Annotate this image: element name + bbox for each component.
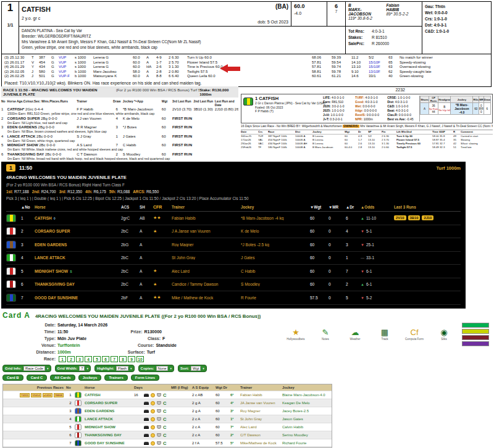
form-line[interactable]: (2) 26.02.05 J 580 G VUP b 1000 Marx-Jac… [4, 70, 488, 75]
card-button[interactable]: Form Lines [131, 375, 159, 381]
race-number-button[interactable]: 2 [67, 356, 75, 362]
card-a-row[interactable]: 2 CORSARO SUPER C 2 g A 60 4 [3, 399, 332, 407]
race-number-button[interactable]: 10 [136, 356, 144, 362]
previous-race-chip[interactable]: V5614 [31, 393, 41, 397]
runner-row[interactable]: 3 EDEN GARDENS 2bG A Roy Magner *J Botes… [6, 238, 461, 252]
race-number-button[interactable]: 4 [85, 356, 92, 362]
control-dropdown[interactable]: Copies: None ▾ [138, 365, 174, 372]
computaform-icon[interactable]: C [163, 392, 166, 398]
field-list-row[interactable]: 5 MIDNIGHT SHOW 2Bc 0-0-0 A S Laird 7 C … [1, 143, 238, 152]
toolbar-icon[interactable]: ✎ Notes [315, 328, 336, 341]
dropdown-value[interactable]: Flash [116, 366, 128, 371]
horse-name[interactable]: EDEN GARDENS [85, 409, 134, 413]
control-dropdown[interactable]: Grid Width: 7 ▾ [55, 365, 91, 372]
race-number-button[interactable]: 6 [102, 356, 109, 362]
computaform-icon[interactable]: C [163, 417, 166, 422]
card-a-row[interactable]: T4311 V5614 a1416 7B868 1 CATFISH 16 [3, 391, 332, 399]
race-number-button[interactable]: 5 [93, 356, 101, 362]
form-icon[interactable] [151, 425, 155, 429]
hat-icon[interactable] [144, 402, 149, 405]
hat-icon[interactable] [144, 442, 149, 445]
jockey-name[interactable]: Jacey Botes-2.5 [282, 409, 330, 413]
tips-icon[interactable] [157, 401, 161, 405]
previous-race-chip[interactable]: a1416 [43, 393, 52, 397]
toolbar-icon[interactable]: ◉ Silks [433, 328, 454, 341]
trainer-name[interactable]: JA Janse van Vuuren [240, 401, 282, 405]
race-number-button[interactable]: 7 [111, 356, 118, 362]
jockey-name[interactable]: Keagan De Melo [282, 401, 330, 405]
form-line[interactable]: (2) 26.02.25 J 501 G VUP-F b 1000 Matsun… [4, 74, 488, 79]
toolbar-icon[interactable]: ☁ Weather [345, 328, 366, 341]
card-a-row[interactable]: 3 EDEN GARDENS C 2 g A 60 3* [3, 407, 332, 415]
horse-name[interactable]: LANCE ATTACK [85, 417, 134, 421]
tips-icon[interactable] [157, 425, 161, 429]
form-line[interactable]: (3) 25.12.30 T 387 G VUP s 1000 Lerena G… [4, 56, 488, 60]
jockey-name[interactable]: Serino Moodley [282, 433, 330, 437]
form-table-row[interactable]: 25Feb26 TF 580 NgmF 104k 1000B A B Marx-… [241, 146, 493, 149]
field-list-row[interactable]: 4 LANCE ATTACK 2Bc 0-0-0 S J Gray 1 J Ga… [1, 135, 238, 143]
form-icon[interactable] [151, 441, 155, 446]
form-icon[interactable] [151, 433, 155, 438]
computaform-icon[interactable]: C [163, 425, 166, 430]
card-a-row[interactable]: 7 GOOD DAY SUNSHINE C 2 f A 57.5 [3, 439, 332, 447]
jockey-name[interactable]: Calvin Habib [282, 425, 330, 429]
runner-row[interactable]: 2 CORSARO SUPER 2bC A ★ J A Janse van Vu… [6, 225, 461, 239]
form-icon[interactable] [151, 409, 155, 413]
runner-row[interactable]: 6 THANKSGIVING DAY 2bC A ★ Candice / Tam… [6, 278, 461, 292]
tips-icon[interactable] [157, 393, 161, 397]
computaform-icon[interactable]: C [163, 409, 166, 414]
card-button[interactable]: Trainers [104, 375, 127, 381]
card-button[interactable]: All Cards [50, 375, 75, 381]
form-icon[interactable] [151, 417, 155, 421]
hat-icon[interactable] [144, 410, 149, 413]
race-number-button[interactable]: 1 [59, 356, 66, 362]
control-dropdown[interactable]: Highlight: Flash ▾ [94, 365, 135, 372]
form-icon[interactable] [151, 401, 155, 405]
toolbar-icon[interactable]: ▦ Track [374, 328, 395, 341]
jockey-name[interactable]: Jason Gates [282, 417, 330, 421]
previous-race-chip[interactable]: 7B868 [54, 393, 64, 397]
card-a-row[interactable]: 6 THANKSGIVING DAY C 2 c A 60 [3, 431, 332, 439]
form-line[interactable]: (4) 26.01.29 Y 434 G VUP s 1000 Lerena G… [4, 65, 488, 70]
dropdown-value[interactable]: 7 [79, 366, 85, 371]
runner-row[interactable]: 5 MIDNIGHT SHOW$ 2bC A ★ Alec Laird C Ha… [6, 265, 461, 278]
hat-icon[interactable] [144, 394, 149, 397]
horse-name[interactable]: CORSARO SUPER [85, 401, 134, 405]
form-line[interactable]: (2) 26.01.17 V 454 G VUP s 1000 Lerena G… [4, 60, 488, 65]
field-list-row[interactable]: 6 THANKSGIVING DAY 2Bc 0-0-0 C T Dawson … [1, 152, 238, 161]
runner-row[interactable]: 7 GOOD DAY SUNSHINE 2bF A ★★ Mike / Math… [6, 291, 461, 305]
field-list-row[interactable]: 1 CATFISH* 2Grc 0-4-4 F P Habib 6 *B Mar… [1, 107, 238, 116]
computaform-icon[interactable]: C [163, 400, 166, 406]
runner-row[interactable]: 4 LANCE ATTACK 2bC A St John Gray J Gate… [6, 252, 461, 265]
dropdown-value[interactable]: None [156, 366, 169, 371]
race-number-button[interactable]: 8 [119, 356, 127, 362]
last-run-chip[interactable]: 2V10 [394, 215, 406, 220]
trainer-name[interactable]: Alec Laird [240, 425, 282, 429]
field-list-row[interactable]: 3 EDEN GARDENS 2Bg 0-0-0 R R Magner 3 *J… [1, 125, 238, 134]
trainer-name[interactable]: St John Gray [240, 417, 282, 421]
card-button[interactable]: Jockeys [78, 375, 102, 381]
dropdown-value[interactable]: Wgt [191, 366, 201, 371]
card-a-row[interactable]: 5 MIDNIGHT SHOW C 2 c A 60 7 [3, 423, 332, 431]
jockey-name[interactable]: Richard Fourie [282, 441, 330, 445]
last-run-chip[interactable]: 2J10 [422, 215, 433, 220]
hat-icon[interactable] [144, 434, 149, 437]
tips-icon[interactable] [157, 417, 161, 421]
card-button[interactable]: Card C [27, 375, 48, 381]
trainer-name[interactable]: Fabian Habib [240, 393, 282, 397]
toolbar-icon[interactable]: Cf Computa Form [404, 328, 425, 341]
tips-icon[interactable] [157, 441, 161, 445]
trainer-name[interactable]: Roy Magner [240, 409, 282, 413]
control-dropdown[interactable]: Grid Info: Race Code ▾ [2, 365, 51, 372]
trainer-name[interactable]: Mike/Mathew de Kock [240, 441, 282, 445]
last-run-chip[interactable]: 3B10 [408, 215, 421, 220]
computaform-icon[interactable]: C [163, 441, 166, 446]
field-list-row[interactable]: 2 CORSARO SUPER 2Bg 0-0-0 J J van Vuuren… [1, 117, 238, 125]
horse-name[interactable]: MIDNIGHT SHOW [85, 425, 134, 429]
hat-icon[interactable] [144, 426, 149, 429]
card-a-row[interactable]: 4 LANCE ATTACK C 2 c A 60 1* [3, 415, 332, 423]
tips-icon[interactable] [157, 409, 161, 413]
control-dropdown[interactable]: Sort: Wgt ▾ [178, 365, 207, 372]
race-number-button[interactable]: 9 [128, 356, 135, 362]
previous-race-chip[interactable]: T4311 [20, 393, 30, 397]
